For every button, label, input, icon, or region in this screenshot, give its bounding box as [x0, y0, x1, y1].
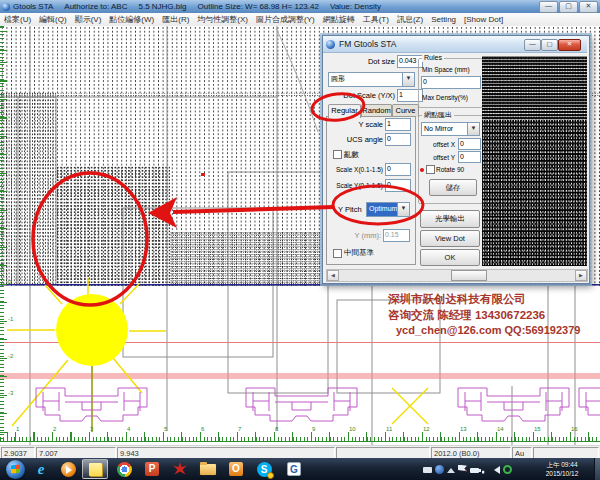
keyboard-icon[interactable] — [423, 467, 432, 473]
taskbar-icon-file-explorer[interactable] — [195, 459, 221, 479]
mirror-value: No Mirror — [422, 123, 467, 135]
menu-item[interactable]: 點位編修(W) — [105, 14, 158, 25]
menu-item[interactable]: 匯出(R) — [158, 14, 193, 25]
taskbar-icon-chrome[interactable] — [111, 459, 137, 479]
taskbar-icon-media-player[interactable] — [55, 459, 81, 479]
taskbar-icon-outlook[interactable]: O — [223, 459, 249, 479]
window-title-segment: 5.5 NJHG.blg — [138, 2, 186, 11]
window-title-segment: Gtools STA — [13, 2, 53, 11]
menu-bar: 檔案(U)編輯(Q)顯示(V)點位編修(W)匯出(R)均勻性調整(X)圖片合成調… — [0, 13, 600, 27]
menu-item[interactable]: 檔案(U) — [0, 14, 35, 25]
dot-size-label: Dot size — [351, 57, 395, 66]
dialog-horizontal-scrollbar[interactable]: ◀ ▶ — [326, 269, 588, 282]
menu-item[interactable]: [Show Dot] — [460, 15, 507, 24]
tray-expand-icon[interactable] — [447, 468, 455, 473]
view-dot-button[interactable]: View Dot — [420, 230, 480, 247]
network-icon[interactable] — [482, 465, 491, 474]
dot-preview-dense-top — [482, 56, 587, 120]
ruler-number: 9 — [312, 426, 315, 432]
mirror-select[interactable]: No Mirror ▼ — [421, 122, 480, 136]
chevron-down-icon[interactable]: ▼ — [467, 123, 479, 135]
ruler-number: -2 — [8, 353, 13, 359]
min-space-input[interactable]: 0 — [421, 76, 481, 89]
y-scale-input[interactable]: 1 — [385, 118, 411, 131]
chevron-down-icon[interactable]: ▼ — [402, 73, 414, 86]
ruler-number: 10 — [349, 426, 356, 432]
dialog-close-icon[interactable]: ✕ — [558, 39, 581, 51]
ok-button[interactable]: OK — [420, 249, 480, 266]
watermark-contact: 咨询交流 陈经理 13430672236 — [388, 308, 598, 324]
gtools-app-icon: G — [287, 462, 301, 476]
sync-icon[interactable] — [503, 465, 512, 474]
show-desktop-button[interactable] — [594, 458, 600, 480]
ruler-number: 5 — [164, 426, 167, 432]
scale-y-input[interactable]: 0 — [385, 179, 411, 192]
watermark-company: 深圳市跃创达科技有限公司 — [388, 292, 598, 308]
menu-item[interactable]: 編輯(Q) — [35, 14, 71, 25]
dialog-maximize-icon[interactable]: ▢ — [541, 39, 558, 51]
y-scale-label: Y scale — [341, 120, 383, 129]
scroll-right-icon[interactable]: ▶ — [575, 270, 587, 281]
fm-gtools-dialog: FM Gtools STA — ▢ ✕ Dot size 0.043 圓形 ▼ … — [322, 35, 590, 284]
y-mm-label: Y (mm): — [351, 231, 381, 240]
taskbar-clock[interactable]: 上午 09:44 2015/10/12 — [531, 460, 593, 478]
menu-item[interactable]: Setting — [427, 15, 460, 24]
battery-icon[interactable] — [470, 468, 479, 473]
sticky-notes-icon — [89, 463, 102, 476]
max-density-label: Max Density(%) — [422, 93, 468, 102]
action-center-icon[interactable] — [458, 465, 467, 474]
y-pitch-select[interactable]: Optimum ▼ — [366, 202, 410, 217]
offset-x-input[interactable]: 0 — [458, 138, 481, 150]
menu-item[interactable]: 訊息(Z) — [393, 14, 427, 25]
ucs-angle-input[interactable]: 0 — [385, 133, 411, 146]
taskbar-icon-sticky-notes[interactable] — [82, 459, 108, 479]
menu-item[interactable]: 顯示(V) — [71, 14, 106, 25]
ucs-angle-label: UCS angle — [337, 135, 383, 144]
rotate-90-label: Rotate 90 — [436, 165, 464, 174]
taskbar-icon-powerpoint[interactable]: P — [139, 459, 165, 479]
scale-x-label: Scale X(0.1-1.5) — [329, 165, 383, 174]
scale-x-input[interactable]: 0 — [385, 163, 411, 176]
powerpoint-icon: P — [145, 462, 159, 476]
pink-guide-band — [0, 373, 600, 379]
ruler-number: 7 — [238, 426, 241, 432]
input-method-icon[interactable] — [435, 465, 444, 474]
sun-marker — [7, 278, 428, 432]
chevron-down-icon[interactable]: ▼ — [397, 203, 409, 216]
start-button[interactable] — [2, 459, 28, 479]
volume-icon[interactable] — [494, 466, 500, 474]
maximize-icon[interactable]: ▢ — [559, 1, 578, 13]
close-icon[interactable]: ✕ — [579, 1, 598, 13]
status-bar: 2.90377.0079.9432012.0 (B0.0)Au — [0, 445, 600, 459]
optical-output-button[interactable]: 光學輸出 — [420, 210, 480, 228]
random-checkbox[interactable] — [333, 150, 342, 159]
menu-item[interactable]: 工具(T) — [359, 14, 393, 25]
scale-y-label: Scale Y(0.1-1.5) — [329, 181, 383, 190]
dialog-minimize-icon[interactable]: — — [524, 39, 541, 51]
taskbar-icon-paint-app[interactable] — [167, 459, 193, 479]
scrollbar-thumb[interactable] — [451, 270, 487, 281]
tab-regular[interactable]: Regular — [328, 104, 361, 118]
offset-x-label: offset X — [423, 140, 455, 149]
window-title: Gtools STAAuthorize to: ABC5.5 NJHG.blgO… — [13, 2, 392, 11]
blue-guide-line — [0, 284, 600, 286]
taskbar-icon-internet-explorer[interactable] — [28, 459, 54, 479]
ruler-number: 13 — [460, 426, 467, 432]
dialog-icon — [326, 40, 335, 49]
save-button[interactable]: 儲存 — [429, 179, 477, 196]
clock-time: 上午 09:44 — [531, 460, 593, 469]
menu-item[interactable]: 圖片合成調整(Y) — [252, 14, 319, 25]
dot-scale-label: Dot Scale (Y/X) — [333, 91, 395, 100]
minimize-icon[interactable]: — — [539, 1, 558, 13]
taskbar-icon-skype[interactable]: S — [251, 459, 277, 479]
offset-y-input[interactable]: 0 — [458, 151, 481, 163]
dot-shape-select[interactable]: 圓形 ▼ — [328, 72, 415, 87]
menu-item[interactable]: 網點旋轉 — [319, 14, 359, 25]
taskbar-icon-gtools[interactable]: G — [281, 459, 307, 479]
y-mm-input: 0.15 — [383, 229, 410, 242]
center-reference-checkbox[interactable] — [333, 249, 342, 258]
menu-item[interactable]: 均勻性調整(X) — [193, 14, 252, 25]
offset-y-label: offset Y — [423, 153, 455, 162]
rotate-90-checkbox[interactable] — [426, 165, 435, 174]
scroll-left-icon[interactable]: ◀ — [327, 270, 339, 281]
